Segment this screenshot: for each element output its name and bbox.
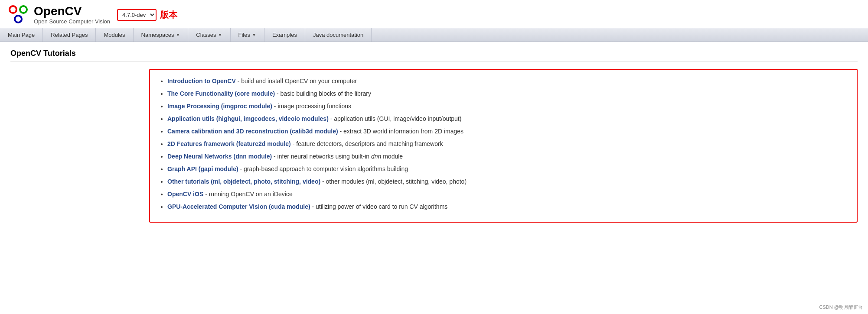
site-subtitle: Open Source Computer Vision [34, 18, 110, 25]
page-title: OpenCV Tutorials [10, 49, 858, 62]
list-item: Camera calibration and 3D reconstruction… [167, 127, 848, 136]
nav-examples[interactable]: Examples [264, 28, 305, 42]
nav-namespaces[interactable]: Namespaces ▼ [134, 28, 189, 42]
tutorial-desc-intro: - build and install OpenCV on your compu… [238, 78, 357, 84]
svg-point-1 [10, 7, 16, 12]
classes-chevron: ▼ [218, 32, 222, 37]
nav-classes[interactable]: Classes ▼ [188, 28, 230, 42]
tutorial-link-feature2d[interactable]: 2D Features framework (feature2d module) [167, 140, 291, 147]
nav-files[interactable]: Files ▼ [231, 28, 264, 42]
list-item: OpenCV iOS - running OpenCV on an iDevic… [167, 190, 848, 199]
tutorial-link-imgproc[interactable]: Image Processing (imgproc module) [167, 103, 272, 110]
svg-point-5 [16, 16, 21, 22]
brand-text: OpenCV Open Source Computer Vision [34, 5, 110, 25]
main-layout: Introduction to OpenCV - build and insta… [10, 69, 858, 223]
list-item: 2D Features framework (feature2d module)… [167, 139, 848, 149]
nav-related-pages[interactable]: Related Pages [43, 28, 96, 42]
tutorial-desc-ios: - running OpenCV on an iDevice [205, 191, 293, 197]
navbar: Main Page Related Pages Modules Namespac… [0, 28, 868, 42]
opencv-logo [7, 3, 29, 26]
list-item: Image Processing (imgproc module) - imag… [167, 102, 848, 111]
list-item: Deep Neural Networks (dnn module) - infe… [167, 152, 848, 161]
nav-java-documentation[interactable]: Java documentation [305, 28, 372, 42]
list-item: Application utils (highgui, imgcodecs, v… [167, 114, 848, 123]
tutorial-desc-highgui: - application utils (GUI, image/video in… [330, 115, 462, 122]
tutorial-link-gapi[interactable]: Graph API (gapi module) [167, 165, 238, 172]
svg-point-3 [21, 7, 26, 12]
version-label: 版本 [160, 9, 177, 21]
tutorial-link-cuda[interactable]: GPU-Accelerated Computer Vision (cuda mo… [167, 203, 310, 210]
logo-area: OpenCV Open Source Computer Vision [7, 3, 110, 26]
tutorial-desc-ml: - other modules (ml, objdetect, stitchin… [322, 178, 467, 185]
version-select[interactable]: 4.7.0-dev 4.6.0 4.5.5 [117, 9, 157, 21]
files-chevron: ▼ [252, 32, 256, 37]
list-item: Graph API (gapi module) - graph-based ap… [167, 165, 848, 174]
list-item: Other tutorials (ml, objdetect, photo, s… [167, 177, 848, 186]
header: OpenCV Open Source Computer Vision 4.7.0… [0, 0, 868, 28]
list-item: The Core Functionality (core module) - b… [167, 89, 848, 98]
tutorial-list: Introduction to OpenCV - build and insta… [159, 77, 848, 211]
content-panel: Introduction to OpenCV - build and insta… [149, 69, 858, 223]
nav-main-page[interactable]: Main Page [0, 28, 43, 42]
tutorial-link-ios[interactable]: OpenCV iOS [167, 191, 203, 197]
left-panel [10, 69, 149, 223]
tutorial-desc-calib3d: - extract 3D world information from 2D i… [340, 128, 464, 135]
version-selector-container: 4.7.0-dev 4.6.0 4.5.5 版本 [117, 9, 177, 21]
tutorial-link-dnn[interactable]: Deep Neural Networks (dnn module) [167, 153, 272, 160]
tutorial-link-highgui[interactable]: Application utils (highgui, imgcodecs, v… [167, 115, 329, 122]
nav-modules[interactable]: Modules [96, 28, 133, 42]
tutorial-link-intro[interactable]: Introduction to OpenCV [167, 78, 236, 84]
tutorial-desc-feature2d: - feature detectors, descriptors and mat… [293, 140, 443, 147]
tutorial-link-core[interactable]: The Core Functionality (core module) [167, 90, 275, 97]
list-item: GPU-Accelerated Computer Vision (cuda mo… [167, 202, 848, 211]
namespaces-chevron: ▼ [176, 32, 180, 37]
tutorial-desc-gapi: - graph-based approach to computer visio… [240, 165, 408, 172]
tutorial-link-ml[interactable]: Other tutorials (ml, objdetect, photo, s… [167, 178, 320, 185]
list-item: Introduction to OpenCV - build and insta… [167, 77, 848, 86]
tutorial-desc-core: - basic building blocks of the library [277, 90, 371, 97]
tutorial-link-calib3d[interactable]: Camera calibration and 3D reconstruction… [167, 128, 338, 135]
site-title: OpenCV [34, 5, 110, 18]
tutorial-desc-cuda: - utilizing power of video card to run C… [312, 203, 447, 210]
page-content: OpenCV Tutorials Introduction to OpenCV … [0, 42, 868, 230]
tutorial-desc-imgproc: - image processing functions [274, 103, 351, 110]
tutorial-desc-dnn: - infer neural networks using built-in d… [274, 153, 403, 160]
